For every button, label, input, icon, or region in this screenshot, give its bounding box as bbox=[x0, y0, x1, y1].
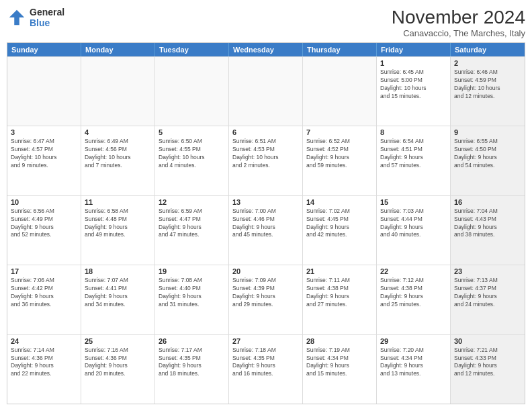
day-number: 18 bbox=[85, 267, 151, 275]
day-info: Sunrise: 6:45 AMSunset: 5:00 PMDaylight:… bbox=[380, 68, 447, 101]
calendar-cell-empty-0-0 bbox=[7, 57, 81, 126]
day-info: Sunrise: 7:14 AMSunset: 4:36 PMDaylight:… bbox=[11, 347, 77, 379]
day-info: Sunrise: 6:55 AMSunset: 4:50 PMDaylight:… bbox=[454, 138, 521, 170]
day-number: 20 bbox=[232, 267, 299, 275]
calendar-cell-21: 21Sunrise: 7:11 AMSunset: 4:38 PMDayligh… bbox=[303, 265, 377, 334]
day-number: 14 bbox=[306, 198, 373, 206]
day-number: 8 bbox=[380, 128, 447, 136]
calendar-cell-9: 9Sunrise: 6:55 AMSunset: 4:50 PMDaylight… bbox=[451, 126, 525, 195]
day-info: Sunrise: 7:04 AMSunset: 4:43 PMDaylight:… bbox=[454, 208, 521, 240]
day-number: 10 bbox=[11, 198, 77, 206]
calendar-row-1: 3Sunrise: 6:47 AMSunset: 4:57 PMDaylight… bbox=[7, 126, 525, 195]
calendar-cell-3: 3Sunrise: 6:47 AMSunset: 4:57 PMDaylight… bbox=[7, 126, 81, 195]
day-number: 26 bbox=[159, 337, 225, 345]
day-number: 24 bbox=[11, 337, 77, 345]
calendar-cell-24: 24Sunrise: 7:14 AMSunset: 4:36 PMDayligh… bbox=[7, 335, 81, 404]
calendar-cell-14: 14Sunrise: 7:02 AMSunset: 4:45 PMDayligh… bbox=[303, 196, 377, 265]
day-number: 2 bbox=[454, 59, 521, 67]
day-number: 16 bbox=[454, 198, 521, 206]
calendar-row-3: 17Sunrise: 7:06 AMSunset: 4:42 PMDayligh… bbox=[7, 265, 525, 334]
header-day-wednesday: Wednesday bbox=[229, 43, 303, 56]
day-info: Sunrise: 7:08 AMSunset: 4:40 PMDaylight:… bbox=[159, 277, 225, 309]
day-info: Sunrise: 7:17 AMSunset: 4:35 PMDaylight:… bbox=[159, 347, 225, 379]
day-number: 7 bbox=[306, 128, 373, 136]
day-number: 3 bbox=[11, 128, 77, 136]
day-info: Sunrise: 6:52 AMSunset: 4:52 PMDaylight:… bbox=[306, 138, 373, 170]
calendar-cell-4: 4Sunrise: 6:49 AMSunset: 4:56 PMDaylight… bbox=[81, 126, 155, 195]
day-number: 17 bbox=[11, 267, 77, 275]
calendar-cell-8: 8Sunrise: 6:54 AMSunset: 4:51 PMDaylight… bbox=[377, 126, 451, 195]
day-info: Sunrise: 6:54 AMSunset: 4:51 PMDaylight:… bbox=[380, 138, 447, 170]
day-info: Sunrise: 7:00 AMSunset: 4:46 PMDaylight:… bbox=[232, 208, 299, 240]
day-number: 1 bbox=[380, 59, 447, 67]
logo-general: General bbox=[30, 7, 64, 17]
calendar-cell-16: 16Sunrise: 7:04 AMSunset: 4:43 PMDayligh… bbox=[451, 196, 525, 265]
calendar-cell-22: 22Sunrise: 7:12 AMSunset: 4:38 PMDayligh… bbox=[377, 265, 451, 334]
day-info: Sunrise: 6:51 AMSunset: 4:53 PMDaylight:… bbox=[232, 138, 299, 170]
day-info: Sunrise: 6:58 AMSunset: 4:48 PMDaylight:… bbox=[85, 208, 151, 240]
calendar-row-0: 1Sunrise: 6:45 AMSunset: 5:00 PMDaylight… bbox=[7, 56, 525, 126]
day-info: Sunrise: 7:19 AMSunset: 4:34 PMDaylight:… bbox=[306, 347, 373, 379]
day-number: 28 bbox=[306, 337, 373, 345]
calendar-cell-15: 15Sunrise: 7:03 AMSunset: 4:44 PMDayligh… bbox=[377, 196, 451, 265]
header-day-sunday: Sunday bbox=[7, 43, 81, 56]
calendar-row-2: 10Sunrise: 6:56 AMSunset: 4:49 PMDayligh… bbox=[7, 195, 525, 265]
day-info: Sunrise: 7:12 AMSunset: 4:38 PMDaylight:… bbox=[380, 277, 447, 309]
calendar-cell-11: 11Sunrise: 6:58 AMSunset: 4:48 PMDayligh… bbox=[81, 196, 155, 265]
calendar-row-4: 24Sunrise: 7:14 AMSunset: 4:36 PMDayligh… bbox=[7, 334, 525, 404]
calendar-cell-19: 19Sunrise: 7:08 AMSunset: 4:40 PMDayligh… bbox=[155, 265, 229, 334]
calendar-cell-5: 5Sunrise: 6:50 AMSunset: 4:55 PMDaylight… bbox=[155, 126, 229, 195]
logo-blue: Blue bbox=[30, 17, 64, 28]
header: General Blue November 2024 Canavaccio, T… bbox=[7, 7, 525, 38]
day-info: Sunrise: 7:07 AMSunset: 4:41 PMDaylight:… bbox=[85, 277, 151, 309]
day-number: 12 bbox=[159, 198, 225, 206]
day-info: Sunrise: 7:20 AMSunset: 4:34 PMDaylight:… bbox=[380, 347, 447, 379]
calendar-cell-25: 25Sunrise: 7:16 AMSunset: 4:36 PMDayligh… bbox=[81, 335, 155, 404]
day-number: 30 bbox=[454, 337, 521, 345]
subtitle: Canavaccio, The Marches, Italy bbox=[392, 28, 525, 38]
day-info: Sunrise: 7:09 AMSunset: 4:39 PMDaylight:… bbox=[232, 277, 299, 309]
calendar-cell-13: 13Sunrise: 7:00 AMSunset: 4:46 PMDayligh… bbox=[229, 196, 303, 265]
header-day-saturday: Saturday bbox=[451, 43, 525, 56]
header-day-tuesday: Tuesday bbox=[155, 43, 229, 56]
calendar-cell-empty-0-4 bbox=[303, 57, 377, 126]
day-info: Sunrise: 6:46 AMSunset: 4:59 PMDaylight:… bbox=[454, 68, 521, 101]
day-number: 25 bbox=[85, 337, 151, 345]
calendar-cell-28: 28Sunrise: 7:19 AMSunset: 4:34 PMDayligh… bbox=[303, 335, 377, 404]
calendar-cell-20: 20Sunrise: 7:09 AMSunset: 4:39 PMDayligh… bbox=[229, 265, 303, 334]
header-day-monday: Monday bbox=[81, 43, 155, 56]
day-info: Sunrise: 7:11 AMSunset: 4:38 PMDaylight:… bbox=[306, 277, 373, 309]
calendar-cell-empty-0-1 bbox=[81, 57, 155, 126]
day-info: Sunrise: 6:59 AMSunset: 4:47 PMDaylight:… bbox=[159, 208, 225, 240]
month-title: November 2024 bbox=[392, 7, 525, 28]
calendar-cell-empty-0-3 bbox=[229, 57, 303, 126]
title-section: November 2024 Canavaccio, The Marches, I… bbox=[392, 7, 525, 38]
day-info: Sunrise: 7:02 AMSunset: 4:45 PMDaylight:… bbox=[306, 208, 373, 240]
day-number: 6 bbox=[232, 128, 299, 136]
day-number: 19 bbox=[159, 267, 225, 275]
day-number: 29 bbox=[380, 337, 447, 345]
day-number: 4 bbox=[85, 128, 151, 136]
day-info: Sunrise: 6:56 AMSunset: 4:49 PMDaylight:… bbox=[11, 208, 77, 240]
calendar-cell-18: 18Sunrise: 7:07 AMSunset: 4:41 PMDayligh… bbox=[81, 265, 155, 334]
calendar-cell-29: 29Sunrise: 7:20 AMSunset: 4:34 PMDayligh… bbox=[377, 335, 451, 404]
day-number: 9 bbox=[454, 128, 521, 136]
calendar-cell-10: 10Sunrise: 6:56 AMSunset: 4:49 PMDayligh… bbox=[7, 196, 81, 265]
calendar: SundayMondayTuesdayWednesdayThursdayFrid… bbox=[7, 42, 525, 404]
day-info: Sunrise: 7:06 AMSunset: 4:42 PMDaylight:… bbox=[11, 277, 77, 309]
calendar-cell-1: 1Sunrise: 6:45 AMSunset: 5:00 PMDaylight… bbox=[377, 57, 451, 126]
day-number: 5 bbox=[159, 128, 225, 136]
day-number: 22 bbox=[380, 267, 447, 275]
day-number: 11 bbox=[85, 198, 151, 206]
svg-marker-0 bbox=[9, 10, 25, 26]
day-number: 13 bbox=[232, 198, 299, 206]
calendar-cell-6: 6Sunrise: 6:51 AMSunset: 4:53 PMDaylight… bbox=[229, 126, 303, 195]
page: General Blue November 2024 Canavaccio, T… bbox=[0, 0, 532, 411]
calendar-cell-26: 26Sunrise: 7:17 AMSunset: 4:35 PMDayligh… bbox=[155, 335, 229, 404]
day-info: Sunrise: 7:03 AMSunset: 4:44 PMDaylight:… bbox=[380, 208, 447, 240]
day-number: 27 bbox=[232, 337, 299, 345]
logo: General Blue bbox=[7, 7, 64, 28]
day-info: Sunrise: 6:50 AMSunset: 4:55 PMDaylight:… bbox=[159, 138, 225, 170]
day-info: Sunrise: 7:13 AMSunset: 4:37 PMDaylight:… bbox=[454, 277, 521, 309]
calendar-cell-empty-0-2 bbox=[155, 57, 229, 126]
